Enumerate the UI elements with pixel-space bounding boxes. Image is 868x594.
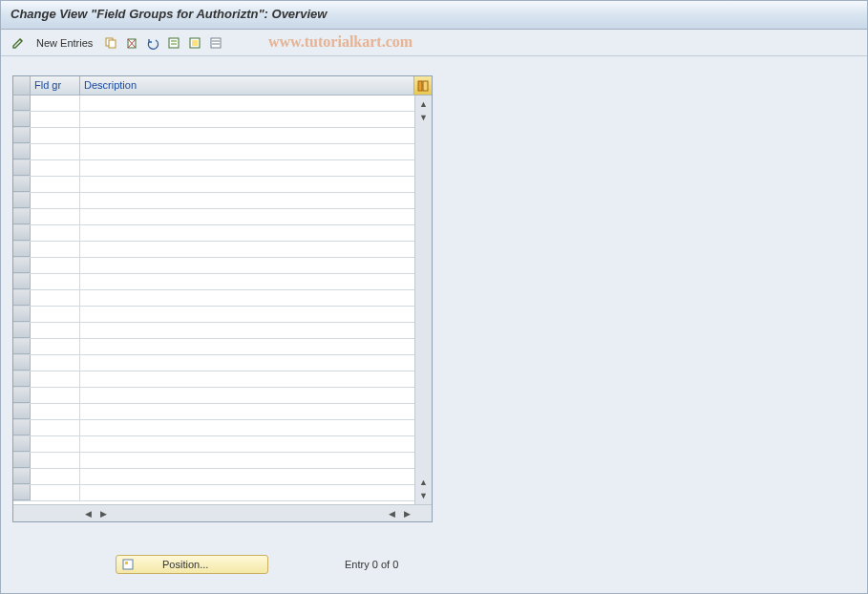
cell-fldgr[interactable] xyxy=(31,371,80,387)
table-row[interactable] xyxy=(13,177,414,193)
row-selector[interactable] xyxy=(13,242,31,257)
table-row[interactable] xyxy=(13,307,414,323)
row-selector[interactable] xyxy=(13,485,31,500)
table-row[interactable] xyxy=(13,209,414,225)
table-row[interactable] xyxy=(13,258,414,274)
table-row[interactable] xyxy=(13,144,414,160)
cell-description[interactable] xyxy=(80,274,414,289)
row-selector[interactable] xyxy=(13,128,31,143)
table-row[interactable] xyxy=(13,128,414,144)
vertical-scrollbar[interactable]: ▲ ▼ ▲ ▼ xyxy=(414,95,432,504)
cell-fldgr[interactable] xyxy=(31,420,80,435)
scroll-left2-icon[interactable]: ◀ xyxy=(385,507,398,520)
row-selector[interactable] xyxy=(13,112,31,127)
cell-description[interactable] xyxy=(80,160,414,176)
row-selector[interactable] xyxy=(13,453,31,468)
cell-description[interactable] xyxy=(80,193,414,208)
cell-description[interactable] xyxy=(80,453,414,468)
cell-description[interactable] xyxy=(80,95,414,111)
table-row[interactable] xyxy=(13,112,414,128)
scroll-right-icon[interactable]: ▶ xyxy=(400,507,413,520)
scroll-up-icon[interactable]: ▲ xyxy=(417,97,431,111)
cell-fldgr[interactable] xyxy=(31,404,80,419)
cell-fldgr[interactable] xyxy=(31,160,80,176)
cell-description[interactable] xyxy=(80,209,414,224)
cell-description[interactable] xyxy=(80,339,414,354)
table-row[interactable] xyxy=(13,339,414,355)
cell-fldgr[interactable] xyxy=(31,274,80,289)
select-all-header[interactable] xyxy=(13,76,31,95)
row-selector[interactable] xyxy=(13,144,31,159)
new-entries-button[interactable]: New Entries xyxy=(30,34,99,52)
cell-description[interactable] xyxy=(80,355,414,371)
scroll-down-icon[interactable]: ▼ xyxy=(417,111,431,124)
cell-fldgr[interactable] xyxy=(31,323,80,338)
cell-description[interactable] xyxy=(80,420,414,435)
cell-description[interactable] xyxy=(80,128,414,143)
row-selector[interactable] xyxy=(13,436,31,452)
table-row[interactable] xyxy=(13,290,414,307)
cell-fldgr[interactable] xyxy=(31,453,80,468)
undo-icon[interactable] xyxy=(143,33,162,53)
table-row[interactable] xyxy=(13,453,414,469)
cell-fldgr[interactable] xyxy=(31,128,80,143)
row-selector[interactable] xyxy=(13,290,31,306)
table-row[interactable] xyxy=(13,371,414,388)
row-selector[interactable] xyxy=(13,209,31,224)
cell-fldgr[interactable] xyxy=(31,485,80,500)
cell-description[interactable] xyxy=(80,404,414,419)
row-selector[interactable] xyxy=(13,95,31,111)
cell-description[interactable] xyxy=(80,436,414,452)
pencil-icon[interactable] xyxy=(9,33,28,53)
row-selector[interactable] xyxy=(13,258,31,273)
table-row[interactable] xyxy=(13,388,414,404)
cell-fldgr[interactable] xyxy=(31,193,80,208)
copy-icon[interactable] xyxy=(101,33,120,53)
cell-description[interactable] xyxy=(80,388,414,403)
row-selector[interactable] xyxy=(13,177,31,192)
table-row[interactable] xyxy=(13,95,414,112)
cell-fldgr[interactable] xyxy=(31,95,80,111)
delete-icon[interactable] xyxy=(122,33,141,53)
cell-fldgr[interactable] xyxy=(31,225,80,241)
row-selector[interactable] xyxy=(13,339,31,354)
cell-fldgr[interactable] xyxy=(31,436,80,452)
table-row[interactable] xyxy=(13,193,414,209)
row-selector[interactable] xyxy=(13,469,31,484)
deselect-all-icon[interactable] xyxy=(206,33,225,53)
cell-fldgr[interactable] xyxy=(31,112,80,127)
table-row[interactable] xyxy=(13,274,414,290)
table-row[interactable] xyxy=(13,242,414,258)
row-selector[interactable] xyxy=(13,404,31,419)
cell-description[interactable] xyxy=(80,258,414,273)
cell-fldgr[interactable] xyxy=(31,290,80,306)
cell-fldgr[interactable] xyxy=(31,144,80,159)
position-button[interactable]: Position... xyxy=(116,555,268,574)
table-row[interactable] xyxy=(13,420,414,436)
cell-description[interactable] xyxy=(80,371,414,387)
cell-description[interactable] xyxy=(80,242,414,257)
table-row[interactable] xyxy=(13,469,414,485)
cell-fldgr[interactable] xyxy=(31,177,80,192)
cell-fldgr[interactable] xyxy=(31,209,80,224)
table-row[interactable] xyxy=(13,436,414,453)
cell-fldgr[interactable] xyxy=(31,242,80,257)
scroll-up2-icon[interactable]: ▲ xyxy=(417,476,431,489)
table-row[interactable] xyxy=(13,160,414,177)
cell-fldgr[interactable] xyxy=(31,355,80,371)
cell-description[interactable] xyxy=(80,112,414,127)
select-block-icon[interactable] xyxy=(185,33,204,53)
row-selector[interactable] xyxy=(13,307,31,322)
table-row[interactable] xyxy=(13,225,414,242)
select-all-icon[interactable] xyxy=(164,33,183,53)
table-row[interactable] xyxy=(13,404,414,420)
scroll-down2-icon[interactable]: ▼ xyxy=(417,489,431,502)
cell-description[interactable] xyxy=(80,469,414,484)
cell-fldgr[interactable] xyxy=(31,388,80,403)
column-header-fldgr[interactable]: Fld gr xyxy=(31,76,80,95)
row-selector[interactable] xyxy=(13,323,31,338)
horizontal-scrollbar[interactable]: ◀ ▶ ◀ ▶ xyxy=(13,504,432,521)
cell-fldgr[interactable] xyxy=(31,469,80,484)
cell-description[interactable] xyxy=(80,307,414,322)
scroll-left-icon[interactable]: ◀ xyxy=(81,507,95,520)
